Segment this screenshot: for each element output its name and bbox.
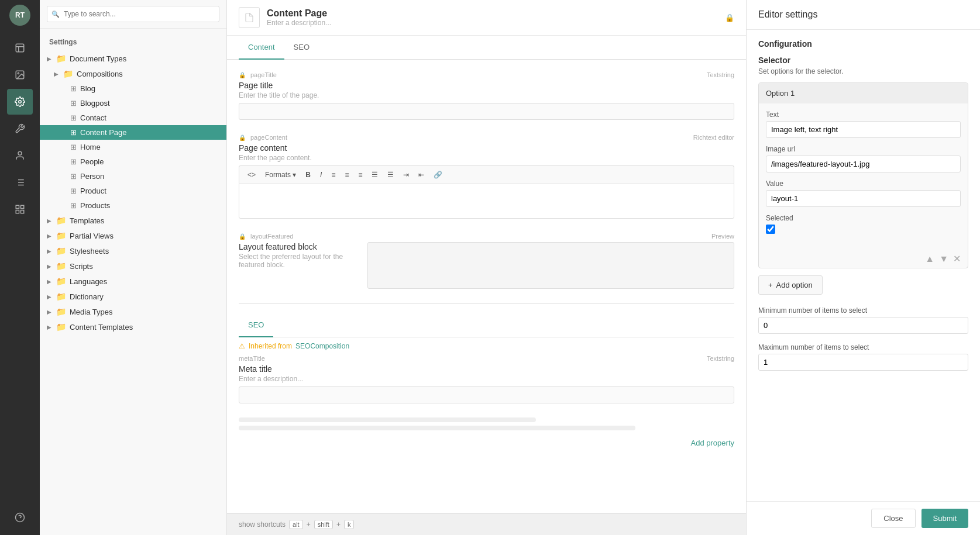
sidebar-item-label: Products (80, 201, 222, 210)
field-type: Textstring (707, 71, 734, 78)
content-body: 🔒 pageTitle Textstring Page title Enter … (227, 60, 746, 513)
tab-content[interactable]: Content (239, 36, 284, 60)
option-text-input[interactable] (766, 121, 961, 138)
ul-btn[interactable]: ☰ (368, 170, 381, 180)
sidebar-item-blog[interactable]: ⊞ Blog (40, 81, 226, 96)
right-panel-footer: Close Submit (747, 501, 980, 535)
nav-blocks[interactable] (7, 196, 33, 222)
folder-icon: 📁 (56, 246, 66, 256)
option-text-field: Text (766, 111, 961, 138)
submit-button[interactable]: Submit (921, 509, 968, 528)
user-avatar[interactable]: RT (9, 5, 30, 26)
align-left-btn[interactable]: ≡ (328, 170, 339, 180)
nav-content[interactable] (7, 35, 33, 61)
option-value-label: Value (766, 180, 961, 188)
formats-btn[interactable]: Formats ▾ (262, 170, 300, 180)
content-header: Content Page Enter a description... 🔒 (227, 0, 746, 36)
nav-media[interactable] (7, 62, 33, 88)
svg-point-6 (18, 151, 22, 155)
bold-btn[interactable]: B (302, 170, 314, 180)
sidebar-item-stylesheets[interactable]: ▶ 📁 Stylesheets (40, 243, 226, 258)
layout-preview (367, 242, 734, 289)
svg-rect-16 (16, 210, 19, 213)
option-image-url-input[interactable] (766, 156, 961, 172)
tab-seo-inner[interactable]: SEO (239, 313, 273, 337)
sidebar-item-blogpost[interactable]: ⊞ Blogpost (40, 96, 226, 111)
meta-title-input[interactable] (239, 386, 734, 403)
option-value-input[interactable] (766, 190, 961, 207)
richtext-toolbar: <> Formats ▾ B I ≡ ≡ ≡ ☰ ☰ ⇥ ⇤ 🔗 (239, 165, 734, 184)
sidebar-item-content-templates[interactable]: ▶ 📁 Content Templates (40, 319, 226, 334)
option-selected-checkbox[interactable] (766, 225, 775, 234)
sidebar-item-scripts[interactable]: ▶ 📁 Scripts (40, 258, 226, 274)
help-icon[interactable] (7, 505, 33, 530)
code-btn[interactable]: <> (244, 170, 259, 180)
add-property-btn[interactable]: Add property (239, 434, 734, 452)
min-items-input[interactable] (758, 317, 968, 334)
ol-btn[interactable]: ☰ (384, 170, 397, 180)
folder-icon: 📁 (56, 277, 66, 286)
sidebar-item-label: Product (80, 187, 222, 195)
folder-icon: 📁 (56, 54, 66, 63)
page-title-input[interactable] (239, 103, 734, 120)
inherited-link[interactable]: SEOComposition (295, 342, 349, 350)
sidebar-item-languages[interactable]: ▶ 📁 Languages (40, 274, 226, 289)
sidebar-item-partial-views[interactable]: ▶ 📁 Partial Views (40, 228, 226, 243)
nav-list[interactable] (7, 170, 33, 195)
sidebar-item-label: Home (80, 143, 222, 151)
tab-seo[interactable]: SEO (284, 36, 319, 60)
add-option-button[interactable]: + Add option (758, 275, 823, 295)
richtext-area[interactable] (239, 184, 734, 219)
chevron-icon (61, 100, 69, 106)
editor-settings-title: Editor settings (758, 9, 968, 20)
sidebar-item-home[interactable]: ⊞ Home (40, 140, 226, 154)
option-card: Option 1 Text Image url Value Selected (758, 82, 968, 268)
svg-rect-14 (21, 205, 24, 208)
move-down-btn[interactable]: ▼ (939, 253, 948, 264)
option-selected-field: Selected (766, 214, 961, 236)
sidebar-item-contact[interactable]: ⊞ Contact (40, 111, 226, 125)
doc-icon: ⊞ (70, 157, 77, 166)
sidebar-item-templates[interactable]: ▶ 📁 Templates (40, 213, 226, 228)
folder-icon: 📁 (56, 307, 66, 316)
sidebar-item-people[interactable]: ⊞ People (40, 154, 226, 169)
field-desc: Enter the page content. (239, 154, 734, 162)
sidebar-item-content-page[interactable]: ⊞ Content Page (40, 125, 226, 140)
shortcuts-label: show shortcuts (239, 520, 286, 529)
move-up-btn[interactable]: ▲ (925, 253, 934, 264)
shortcut-shift: shift (314, 520, 333, 529)
min-items-input-wrap (758, 317, 968, 334)
sidebar-item-compositions[interactable]: ▶ 📁 Compositions (40, 66, 226, 81)
align-right-btn[interactable]: ≡ (355, 170, 366, 180)
option-card-body: Text Image url Value Selected (759, 103, 968, 250)
indent-btn[interactable]: ⇥ (400, 170, 412, 180)
doc-icon: ⊞ (70, 187, 77, 195)
sidebar-item-person[interactable]: ⊞ Person (40, 169, 226, 184)
field-title: Layout featured block (239, 242, 356, 251)
outdent-btn[interactable]: ⇤ (415, 170, 428, 180)
add-option-label: Add option (776, 281, 813, 289)
sidebar-item-label: Content Page (80, 128, 222, 137)
sidebar-item-products[interactable]: ⊞ Products (40, 198, 226, 213)
close-button[interactable]: Close (871, 509, 915, 528)
sidebar-item-product[interactable]: ⊞ Product (40, 184, 226, 198)
inherited-text: Inherited from (249, 342, 292, 350)
italic-btn[interactable]: I (317, 170, 325, 180)
chevron-icon (61, 144, 69, 150)
max-items-input[interactable] (758, 354, 968, 371)
search-input[interactable] (47, 6, 219, 22)
sidebar-item-document-types[interactable]: ▶ 📁 Document Types (40, 51, 226, 66)
svg-point-4 (18, 73, 19, 74)
nav-settings[interactable] (7, 89, 33, 115)
nav-users[interactable] (7, 143, 33, 168)
field-lock-icon: 🔒 (239, 72, 246, 78)
sidebar-item-dictionary[interactable]: ▶ 📁 Dictionary (40, 289, 226, 304)
align-center-btn[interactable]: ≡ (341, 170, 352, 180)
nav-tools[interactable] (7, 116, 33, 141)
max-items-label: Maximum number of items to select (758, 343, 968, 351)
field-alias: layoutFeatured (250, 233, 293, 240)
page-description: Enter a description... (267, 19, 331, 27)
sidebar-item-media-types[interactable]: ▶ 📁 Media Types (40, 304, 226, 319)
delete-option-btn[interactable]: ✕ (953, 253, 961, 264)
link-btn[interactable]: 🔗 (430, 170, 446, 180)
